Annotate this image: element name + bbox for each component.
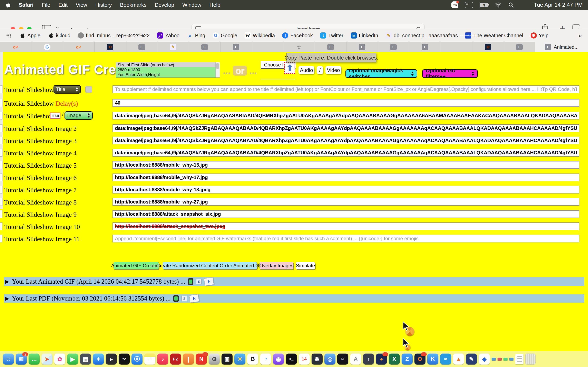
menu-item-view[interactable]: View bbox=[76, 2, 87, 8]
dock-intellij[interactable]: IJ bbox=[337, 354, 348, 365]
favorites-overflow-chevron[interactable]: » bbox=[579, 32, 582, 39]
dock-browser[interactable]: ◔ bbox=[260, 354, 271, 365]
control-center-icon[interactable] bbox=[520, 2, 527, 7]
randomized-gif-button[interactable]: Create Randomized Content Order Animated… bbox=[163, 262, 257, 269]
email-small-icon[interactable]: E bbox=[196, 279, 201, 284]
dock-docker[interactable]: ≈ bbox=[440, 354, 451, 365]
upload-arrow-icon[interactable]: ⬆︎ bbox=[284, 62, 295, 74]
dock-maps[interactable]: ➤ bbox=[42, 354, 52, 365]
dock-photobooth[interactable]: ◎ bbox=[324, 354, 336, 365]
animated-gif-creation-button[interactable]: Animated GIF Creation bbox=[113, 262, 159, 269]
dock-dropbox[interactable]: ◆ bbox=[479, 354, 490, 365]
menu-item-safari[interactable]: Safari bbox=[19, 2, 34, 8]
dock-minimized-window-3[interactable] bbox=[509, 358, 513, 361]
menu-item-file[interactable]: File bbox=[42, 2, 50, 8]
dock-settings[interactable]: ⚙ bbox=[209, 354, 220, 365]
pinned-tab-l-11[interactable]: L bbox=[346, 42, 378, 52]
size-option-header[interactable]: Size of First Slide (or as below) bbox=[116, 62, 220, 67]
dock-minimized-window-1[interactable] bbox=[498, 358, 502, 361]
dock-zoom[interactable]: Z bbox=[402, 354, 413, 365]
dock-document[interactable] bbox=[515, 354, 523, 364]
input-image-4[interactable] bbox=[112, 149, 579, 157]
favorite-bing[interactable]: ⌕Bing bbox=[187, 33, 205, 39]
pinned-tab-pencil-5[interactable]: ✎ bbox=[157, 42, 189, 52]
size-option-current[interactable]: 2880 x 1800 bbox=[116, 67, 220, 72]
favorite-yelp[interactable]: ✽Yelp bbox=[531, 33, 549, 39]
dock-textedit[interactable]: A bbox=[350, 354, 361, 365]
favorite-pencil[interactable]: ✎db_connect.p...aaasaaafaas bbox=[385, 33, 458, 39]
input-image-3[interactable] bbox=[112, 137, 579, 144]
favorite-apple[interactable]: iCloud bbox=[48, 33, 70, 39]
dock-weather[interactable]: ☀ bbox=[234, 354, 245, 365]
last-pdf-bar[interactable]: ▶ Your Last PDF (November 03 2021 06:14:… bbox=[4, 294, 584, 303]
input-image-5[interactable] bbox=[112, 161, 579, 169]
favorite-apple[interactable]: Apple bbox=[19, 33, 40, 39]
menu-item-bookmarks[interactable]: Bookmarks bbox=[120, 2, 147, 8]
input-image-9[interactable] bbox=[112, 210, 579, 218]
dock-minimized-window-0[interactable] bbox=[492, 358, 496, 361]
size-listbox-scrollbar[interactable] bbox=[215, 62, 220, 77]
input-image-8[interactable] bbox=[112, 198, 579, 206]
pinned-tab-cp-2[interactable]: cP bbox=[63, 42, 94, 52]
input-image-6[interactable] bbox=[112, 174, 579, 181]
pinned-tab-g-1[interactable]: G bbox=[31, 42, 63, 52]
active-tab[interactable]: LAnimated... bbox=[535, 42, 588, 52]
email-large-icon[interactable]: E bbox=[189, 294, 199, 303]
pinned-tab-l-7[interactable]: L bbox=[221, 42, 252, 52]
pinned-tab-l-4[interactable]: L bbox=[126, 42, 157, 52]
pinned-tab-blank-14[interactable] bbox=[441, 42, 472, 52]
dock-keynote[interactable]: K bbox=[427, 354, 438, 365]
dock-mail[interactable]: ✉3 bbox=[16, 354, 27, 365]
dock-goodnotes[interactable]: ✎ bbox=[466, 354, 477, 365]
favorite-github[interactable]: find_minus....rep+%22s%22 bbox=[78, 33, 150, 39]
dock-calendar[interactable]: 14 bbox=[299, 354, 310, 365]
pinned-tab-l-10[interactable]: L bbox=[315, 42, 346, 52]
dock-books[interactable]: ❙ bbox=[183, 354, 194, 365]
title-select[interactable]: Title bbox=[53, 85, 81, 94]
input-image-11[interactable] bbox=[112, 235, 579, 242]
dock-filezilla[interactable]: FZ bbox=[170, 354, 181, 365]
dock-tv[interactable]: tv bbox=[119, 354, 130, 365]
image-select[interactable]: Image bbox=[65, 111, 93, 120]
video-button[interactable]: Video bbox=[325, 66, 341, 74]
input-delay[interactable] bbox=[112, 99, 579, 107]
dock-photos[interactable]: ✿ bbox=[54, 354, 65, 365]
dock-music[interactable]: ♪ bbox=[157, 354, 168, 365]
pinned-tab-l-12[interactable]: L bbox=[378, 42, 409, 52]
input-image-10[interactable] bbox=[112, 222, 579, 230]
disclosure-triangle-icon[interactable]: ▶ bbox=[5, 279, 9, 284]
favorite-wikipedia[interactable]: WWikipedia bbox=[245, 33, 275, 39]
dock-iterm[interactable]: ⌘ bbox=[311, 354, 323, 365]
menu-item-history[interactable]: History bbox=[95, 2, 112, 8]
menu-clock[interactable]: Tue Apr 14 2:47 PM bbox=[534, 2, 583, 8]
input-title-comments[interactable] bbox=[112, 85, 579, 93]
input-image-2[interactable] bbox=[112, 124, 579, 132]
dock-news[interactable]: N bbox=[196, 354, 207, 365]
dock-appletv[interactable]: ▣ bbox=[222, 354, 233, 365]
dock-trash[interactable] bbox=[525, 354, 536, 365]
mimestream-icon[interactable]: mk bbox=[451, 1, 458, 8]
favorite-facebook[interactable]: fFacebook bbox=[282, 33, 313, 39]
last-gif-bar[interactable]: ▶ Your Last Animated GIF (April 14 2026 … bbox=[4, 277, 584, 286]
dock-terminal[interactable]: >_ bbox=[286, 354, 297, 365]
dock-vlc[interactable]: ▲ bbox=[453, 354, 464, 365]
gd-filters-select[interactable]: Optional GD filters++ ... bbox=[422, 69, 478, 78]
battery-charging-icon[interactable]: ↯ bbox=[480, 3, 488, 7]
imagemagick-select[interactable]: Optional ImageMagick switches ... bbox=[346, 69, 417, 78]
email-large-icon[interactable]: E bbox=[204, 277, 214, 286]
favorites-grid-icon[interactable] bbox=[6, 33, 12, 38]
keyboard-icon[interactable] bbox=[465, 2, 473, 8]
search-icon[interactable] bbox=[508, 2, 514, 8]
dock-appstore[interactable]: Ⓐ bbox=[131, 354, 143, 365]
color-swatch[interactable] bbox=[85, 86, 92, 93]
pinned-tab-cp-0[interactable]: cP bbox=[0, 42, 31, 52]
size-listbox[interactable]: Size of First Slide (or as below) 2880 x… bbox=[116, 62, 220, 78]
menu-item-window[interactable]: Window bbox=[182, 2, 201, 8]
menu-item-help[interactable]: Help bbox=[209, 2, 220, 8]
disclosure-triangle-icon[interactable]: ▶ bbox=[5, 296, 9, 301]
overlay-images-button[interactable]: Overlay Images bbox=[259, 262, 293, 269]
pinned-tab-l-13[interactable]: L bbox=[409, 42, 441, 52]
dock-facetime[interactable]: ▶ bbox=[67, 354, 78, 365]
email-small-icon[interactable]: E bbox=[182, 296, 187, 301]
input-image-1[interactable] bbox=[112, 112, 579, 119]
